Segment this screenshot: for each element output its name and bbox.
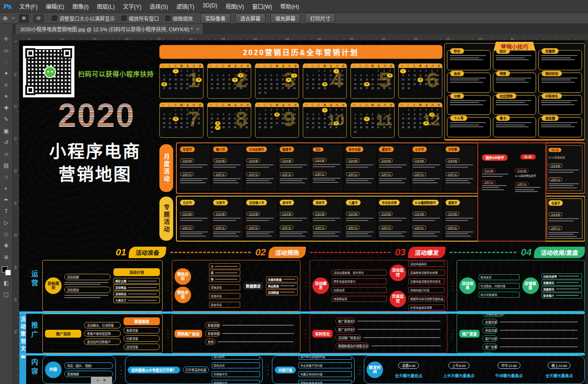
day-24: 24: [387, 82, 393, 87]
day-22: 22: [173, 82, 179, 87]
day-18: 18: [418, 78, 424, 82]
blur-tool-icon[interactable]: ○: [2, 173, 11, 181]
menu-item-3D(D)[interactable]: 3D(D): [203, 2, 217, 10]
text-line: [548, 232, 579, 233]
activity-card-title: 夏凉节: [379, 147, 394, 152]
table-row: 活动商品: [113, 284, 160, 290]
menu-item-图像(I)[interactable]: 图像(I): [73, 2, 89, 10]
pen-tool-icon[interactable]: ✒: [2, 196, 11, 204]
day-7: 7: [381, 113, 387, 117]
menu-item-图层(L)[interactable]: 图层(L): [97, 2, 115, 10]
tab-close-icon[interactable]: ×: [196, 26, 199, 32]
zoom-tool-icon[interactable]: ⊕: [3, 15, 8, 22]
history-brush-tool-icon[interactable]: ↺: [2, 138, 11, 147]
day-28: 28: [435, 82, 441, 87]
flow-arrows: →→→: [448, 260, 456, 311]
phase-number: 04: [521, 247, 531, 258]
flow-arrows: →→→: [301, 260, 309, 311]
text-line: [222, 333, 294, 334]
close-icon[interactable]: ✕: [103, 378, 107, 383]
day-30: 30: [381, 86, 387, 91]
day-26: 26: [286, 121, 292, 126]
menu-item-选择(S)[interactable]: 选择(S): [150, 2, 168, 10]
color-swatches[interactable]: [2, 266, 11, 276]
checkbox-icon[interactable]: [52, 16, 57, 21]
weekday: 四: [417, 103, 423, 107]
eyedropper-tool-icon[interactable]: ✴: [2, 92, 11, 101]
zoom-out-toggle[interactable]: ⊖: [34, 14, 44, 23]
menu-item-窗口(W)[interactable]: 窗口(W): [252, 2, 272, 10]
tip-label: 秒杀: [450, 48, 464, 54]
shape-tool-icon[interactable]: □: [2, 230, 11, 238]
day-29: 29: [173, 86, 179, 91]
collapse-icon[interactable]: «: [97, 378, 99, 383]
calendar-weekday-header: 一二三四五六日: [255, 103, 299, 107]
tool-dropdown-caret[interactable]: ▾: [12, 16, 14, 20]
panel-fragment[interactable]: « ✕: [91, 377, 112, 384]
day-2: 2: [179, 108, 185, 113]
horizontal-ruler: 5101520253035404550556065707580: [19, 34, 588, 40]
day-11: 11: [190, 113, 196, 117]
text-line: [548, 236, 577, 237]
option-checkbox[interactable]: 缩放所有窗口: [121, 15, 159, 22]
menu-item-文字(Y)[interactable]: 文字(Y): [123, 2, 141, 10]
background-color[interactable]: [5, 270, 11, 276]
option-checkbox[interactable]: 细微缩放: [165, 15, 193, 22]
flow-cell: 如何提高公众号图文打开率？打开率高的标题提问题式蹭热点式列举数字式视频解读式: [125, 356, 263, 384]
arrow-icon: →: [117, 372, 124, 375]
options-button-实际像素[interactable]: 实际像素: [200, 13, 231, 23]
hand-tool-icon[interactable]: ✥: [2, 242, 11, 250]
path-select-tool-icon[interactable]: ▷: [2, 219, 11, 227]
activity-card-title: 年中大促: [346, 147, 363, 152]
text-line: [246, 182, 272, 183]
menu-item-滤镜(T)[interactable]: 滤镜(T): [176, 2, 194, 10]
text-line: [280, 180, 302, 181]
text-line: [413, 164, 440, 165]
options-button-填充屏幕[interactable]: 填充屏幕: [270, 13, 300, 23]
options-button-打印尺寸[interactable]: 打印尺寸: [305, 13, 335, 23]
healing-brush-tool-icon[interactable]: ✚: [2, 104, 11, 112]
menu-item-编辑(E)[interactable]: 编辑(E): [46, 2, 64, 10]
brush-tool-icon[interactable]: ✎: [2, 115, 11, 124]
checkbox-icon[interactable]: [121, 16, 126, 21]
day-9: 9: [352, 117, 358, 121]
day-31: 31: [184, 125, 190, 130]
marquee-tool-icon[interactable]: ▭: [2, 46, 11, 55]
day-2: 2: [352, 113, 358, 117]
checkbox-icon[interactable]: [165, 16, 170, 21]
document-tab[interactable]: 2020小程序电商营销地图.jpg @ 12.5% (扫码可以获得小程序扶持, …: [16, 24, 204, 34]
type-tool-icon[interactable]: T: [2, 207, 11, 215]
clone-stamp-tool-icon[interactable]: ▣: [2, 127, 11, 135]
empty-day: [167, 108, 173, 113]
screen-mode-icon[interactable]: ▢: [2, 290, 11, 299]
crop-tool-icon[interactable]: ⌗: [2, 81, 11, 89]
day-21: 21: [400, 121, 406, 126]
menu-item-文件(F)[interactable]: 文件(F): [19, 2, 37, 10]
menu-item-帮助(H)[interactable]: 帮助(H): [280, 2, 299, 10]
flow-cell: 目标规划目标拆解目标规划活动计划确定主题活动商品活动玩法人员分工: [42, 260, 163, 311]
industry-chip: 适用行业: [313, 226, 327, 230]
options-button-适合屏幕[interactable]: 适合屏幕: [235, 13, 266, 23]
empty-day: [263, 69, 269, 73]
zoom-tool-icon[interactable]: ⊕: [2, 253, 11, 261]
quick-mask-icon[interactable]: ◧: [2, 279, 11, 287]
quick-select-tool-icon[interactable]: ✦: [2, 69, 11, 78]
open-rate-question: 如何提高公众号图文打开率？: [128, 367, 180, 373]
zoom-in-toggle[interactable]: ⊕: [19, 14, 29, 23]
tip-card-秒杀: 秒杀: [447, 50, 491, 70]
move-tool-icon[interactable]: ✛: [2, 35, 11, 43]
theme-chip: 活动主题: [413, 212, 426, 216]
day-21: 21: [286, 82, 292, 87]
weekday: 日: [197, 64, 203, 68]
text-line: [413, 182, 438, 183]
day-29: 29: [375, 86, 381, 91]
day-9: 9: [381, 73, 387, 78]
eraser-tool-icon[interactable]: ▱: [2, 150, 11, 158]
text-line: [450, 57, 479, 58]
gradient-tool-icon[interactable]: ▤: [2, 161, 11, 169]
menu-item-视图(V)[interactable]: 视图(V): [226, 2, 244, 10]
option-checkbox[interactable]: 调整窗口大小以满屏显示: [52, 15, 115, 22]
dodge-tool-icon[interactable]: ◐: [2, 184, 11, 192]
text-line: [280, 232, 307, 232]
lasso-tool-icon[interactable]: ◌: [2, 58, 11, 66]
